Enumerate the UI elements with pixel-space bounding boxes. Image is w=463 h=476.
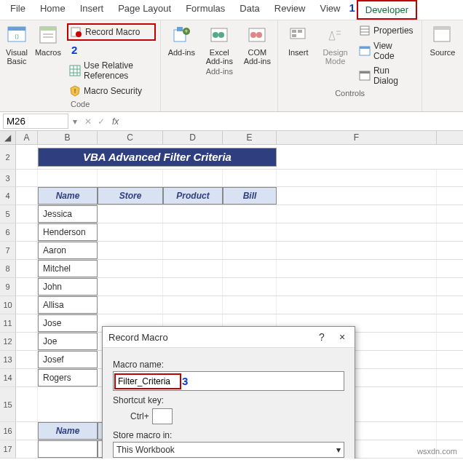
- cell-name[interactable]: Jessica: [38, 205, 98, 223]
- page-title: VBA Advanced Filter Criteria: [38, 148, 277, 167]
- row-17[interactable]: 17: [0, 440, 16, 458]
- dialog-close-button[interactable]: ×: [336, 331, 349, 343]
- row-10[interactable]: 10: [0, 296, 16, 314]
- cell-name[interactable]: Rogers: [38, 369, 98, 386]
- row-13[interactable]: 13: [0, 351, 16, 368]
- run-dialog-button[interactable]: Run Dialog: [357, 64, 417, 87]
- tab-file[interactable]: File: [3, 0, 33, 20]
- row-7[interactable]: 7: [0, 242, 16, 259]
- svg-point-20: [213, 32, 218, 38]
- record-macro-button[interactable]: Record Macro: [67, 23, 156, 41]
- macro-security-button[interactable]: ! Macro Security: [67, 84, 156, 98]
- addins-button[interactable]: + Add-ins: [165, 23, 197, 57]
- use-relative-button[interactable]: Use Relative References: [67, 59, 156, 82]
- cell-name[interactable]: Allisa: [38, 296, 98, 314]
- tab-view[interactable]: View: [312, 0, 347, 20]
- store-macro-select[interactable]: This Workbook ▾: [113, 442, 344, 458]
- com-addins-icon: [245, 23, 269, 47]
- row-14[interactable]: 14: [0, 369, 16, 386]
- row-3[interactable]: 3: [0, 170, 16, 186]
- source-button[interactable]: Source: [427, 23, 459, 57]
- macro-name-input[interactable]: [115, 374, 181, 389]
- svg-rect-9: [70, 66, 80, 76]
- cell-name[interactable]: Jose: [38, 314, 98, 332]
- properties-label: Properties: [373, 25, 413, 36]
- header-name[interactable]: Name: [38, 187, 98, 205]
- cancel-icon[interactable]: ✕: [84, 116, 92, 127]
- namebox-dropdown-icon[interactable]: ▾: [73, 116, 77, 127]
- enter-icon[interactable]: ✓: [98, 116, 105, 127]
- col-D[interactable]: D: [163, 131, 223, 144]
- tab-formulas[interactable]: Formulas: [178, 0, 232, 20]
- svg-point-21: [218, 32, 224, 38]
- fx-icon[interactable]: fx: [112, 116, 119, 127]
- svg-rect-29: [360, 26, 369, 35]
- visual-basic-label: Visual Basic: [4, 48, 29, 66]
- excel-addins-button[interactable]: Excel Add-ins: [203, 23, 235, 66]
- macros-button[interactable]: Macros: [35, 23, 61, 57]
- cell-name[interactable]: Josef: [38, 351, 98, 368]
- formula-input[interactable]: [123, 114, 460, 128]
- dialog-help-button[interactable]: ?: [315, 331, 328, 343]
- svg-point-24: [256, 32, 262, 38]
- row-16[interactable]: 16: [0, 422, 16, 440]
- macro-name-label: Macro name:: [113, 360, 344, 370]
- select-all-corner[interactable]: ◢: [0, 131, 16, 144]
- cell-name[interactable]: Henderson: [38, 223, 98, 241]
- visual-basic-button[interactable]: ⟨⟩ Visual Basic: [4, 23, 29, 66]
- record-macro-icon: [71, 26, 82, 38]
- worksheet-grid: ◢ A B C D E F 2 VBA Advanced Filter Crit…: [0, 131, 463, 459]
- row-5[interactable]: 5: [0, 205, 16, 223]
- annotation-2: 2: [70, 42, 156, 57]
- excel-addins-label: Excel Add-ins: [203, 48, 235, 66]
- col-B[interactable]: B: [38, 131, 98, 144]
- tab-data[interactable]: Data: [232, 0, 266, 20]
- cell-name[interactable]: Joe: [38, 333, 98, 350]
- col-E[interactable]: E: [223, 131, 277, 144]
- group-controls-label: Controls: [335, 89, 365, 98]
- use-relative-icon: [69, 65, 81, 76]
- excel-addins-icon: [207, 23, 231, 47]
- design-mode-button[interactable]: Design Mode: [320, 23, 351, 66]
- col-F[interactable]: F: [277, 131, 437, 144]
- group-code: ⟨⟩ Visual Basic Macros Record Macro 2: [0, 20, 161, 111]
- shortcut-key-input[interactable]: [152, 408, 173, 424]
- properties-icon: [359, 25, 371, 36]
- svg-rect-4: [40, 27, 56, 31]
- svg-text:⟨⟩: ⟨⟩: [15, 33, 19, 40]
- tab-review[interactable]: Review: [267, 0, 313, 20]
- tab-developer[interactable]: Developer: [357, 0, 417, 20]
- visual-basic-icon: ⟨⟩: [5, 23, 28, 47]
- row-15[interactable]: 15: [0, 387, 16, 421]
- store-macro-value: This Workbook: [116, 445, 175, 455]
- header-store[interactable]: Store: [98, 187, 163, 205]
- design-mode-icon: [324, 23, 347, 47]
- cell-name[interactable]: Mitchel: [38, 260, 98, 277]
- properties-button[interactable]: Properties: [357, 23, 417, 38]
- cell-name[interactable]: John: [38, 278, 98, 295]
- tab-home[interactable]: Home: [33, 0, 73, 20]
- row-6[interactable]: 6: [0, 223, 16, 241]
- header-bill[interactable]: Bill: [223, 187, 277, 205]
- col-C[interactable]: C: [98, 131, 163, 144]
- cell-name[interactable]: Aaron: [38, 242, 98, 259]
- tab-page-layout[interactable]: Page Layout: [111, 0, 178, 20]
- header-product[interactable]: Product: [163, 187, 223, 205]
- insert-button[interactable]: Insert: [282, 23, 314, 57]
- view-code-button[interactable]: View Code: [357, 39, 417, 63]
- name-box[interactable]: [3, 114, 68, 129]
- row-12[interactable]: 12: [0, 333, 16, 350]
- svg-point-23: [250, 32, 256, 38]
- row-8[interactable]: 8: [0, 260, 16, 277]
- col-A[interactable]: A: [16, 131, 38, 144]
- store-macro-label: Store macro in:: [113, 430, 344, 440]
- row-2[interactable]: 2: [0, 145, 16, 169]
- criteria-header-name[interactable]: Name: [38, 422, 98, 440]
- criteria-name[interactable]: [38, 440, 98, 458]
- row-9[interactable]: 9: [0, 278, 16, 295]
- row-11[interactable]: 11: [0, 314, 16, 332]
- tab-insert[interactable]: Insert: [73, 0, 111, 20]
- com-addins-button[interactable]: COM Add-ins: [241, 23, 273, 66]
- chevron-down-icon: ▾: [336, 445, 341, 455]
- row-4[interactable]: 4: [0, 187, 16, 205]
